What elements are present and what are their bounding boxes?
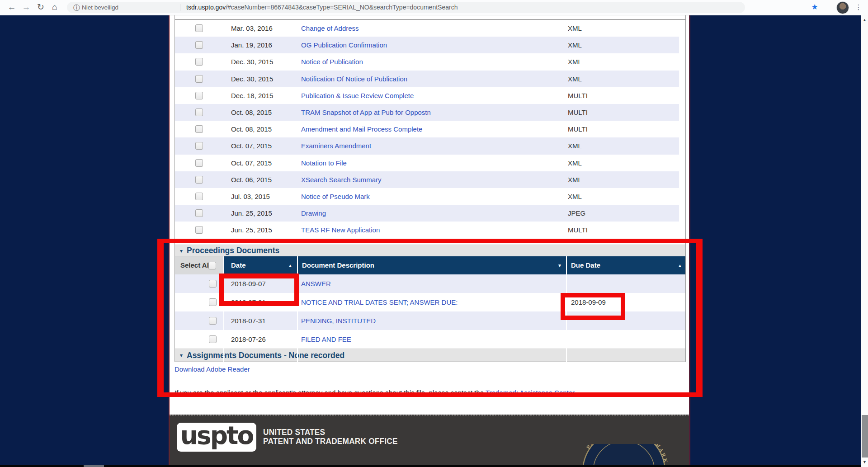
- scrollbar-thumb[interactable]: [862, 415, 868, 458]
- row-checkbox[interactable]: [195, 75, 203, 83]
- document-type: XML: [568, 137, 582, 154]
- reload-icon[interactable]: ↻: [35, 0, 47, 15]
- annotation-box-due-date: [561, 293, 625, 320]
- document-link[interactable]: XSearch Search Summary: [301, 171, 382, 188]
- table-row: Oct. 08, 2015 Amendment and Mail Process…: [175, 121, 685, 137]
- row-checkbox[interactable]: [195, 159, 203, 167]
- document-date: Jul. 03, 2015: [231, 188, 270, 205]
- documents-rows: Mar. 03, 2016 Change of Address XML Jan.…: [175, 20, 685, 238]
- browser-menu-icon[interactable]: ⋮: [853, 0, 864, 15]
- back-icon[interactable]: ←: [6, 0, 18, 15]
- screen: ← → ↻ ⌂ ⓘ Niet beveiligd tsdr.uspto.gov/…: [0, 0, 868, 467]
- document-date: Oct. 06, 2015: [231, 171, 272, 188]
- document-type: XML: [568, 155, 582, 171]
- document-date: Mar. 03, 2016: [231, 20, 273, 37]
- document-date: Oct. 08, 2015: [231, 121, 272, 137]
- document-date: Jan. 19, 2016: [231, 37, 272, 53]
- uspto-logo-text: uspto: [177, 421, 256, 450]
- document-date: Oct. 08, 2015: [231, 104, 272, 121]
- bottom-scroll-piece[interactable]: [84, 465, 104, 467]
- document-link[interactable]: Drawing: [301, 205, 326, 222]
- document-type: XML: [568, 37, 582, 53]
- scroll-up-icon[interactable]: ▲: [861, 18, 868, 22]
- row-checkbox[interactable]: [195, 209, 203, 217]
- table-row: Oct. 07, 2015 Notation to File XML: [175, 155, 685, 171]
- document-link[interactable]: Notice of Publication: [301, 53, 363, 70]
- table-row: Jun. 25, 2015 Drawing JPEG: [175, 205, 685, 222]
- document-link[interactable]: Notice of Pseudo Mark: [301, 188, 370, 205]
- document-date: Oct. 07, 2015: [231, 155, 272, 171]
- browser-toolbar: ← → ↻ ⌂ ⓘ Niet beveiligd tsdr.uspto.gov/…: [0, 0, 868, 15]
- document-type: XML: [568, 71, 582, 87]
- document-link[interactable]: Change of Address: [301, 20, 359, 37]
- page-footer: uspto UNITED STATES PATENT AND TRADEMARK…: [170, 415, 689, 465]
- document-type: MULTI: [568, 104, 588, 121]
- table-row: Oct. 08, 2015 TRAM Snapshot of App at Pu…: [175, 104, 685, 121]
- row-checkbox[interactable]: [195, 125, 203, 133]
- document-type: MULTI: [568, 121, 588, 137]
- document-type: XML: [568, 171, 582, 188]
- site-info-icon[interactable]: ⓘ: [73, 2, 80, 13]
- document-link[interactable]: Notation to File: [301, 155, 347, 171]
- document-date: Dec. 18, 2015: [231, 87, 273, 104]
- row-checkbox[interactable]: [195, 226, 203, 234]
- document-date: Jun. 25, 2015: [231, 205, 272, 222]
- bottom-edge: [0, 465, 861, 467]
- org-line2: PATENT AND TRADEMARK OFFICE: [263, 437, 398, 446]
- org-line1: UNITED STATES: [263, 428, 398, 437]
- document-link[interactable]: TRAM Snapshot of App at Pub for Oppostn: [301, 104, 431, 121]
- profile-avatar[interactable]: [836, 1, 849, 14]
- document-date: Jun. 25, 2015: [231, 222, 272, 238]
- forward-icon[interactable]: →: [20, 0, 32, 15]
- document-link[interactable]: TEAS RF New Application: [301, 222, 380, 238]
- table-row: Oct. 06, 2015 XSearch Search Summary XML: [175, 171, 685, 188]
- document-type: MULTI: [568, 87, 588, 104]
- address-bar[interactable]: ⓘ Niet beveiligd tsdr.uspto.gov/#caseNum…: [67, 2, 745, 13]
- org-name: UNITED STATES PATENT AND TRADEMARK OFFIC…: [263, 428, 398, 446]
- row-checkbox[interactable]: [195, 193, 203, 200]
- table-row: Jul. 03, 2015 Notice of Pseudo Mark XML: [175, 188, 685, 205]
- document-date: Dec. 30, 2015: [231, 71, 273, 87]
- vertical-scrollbar[interactable]: ▲ ▼: [861, 15, 868, 467]
- table-row: Mar. 03, 2016 Change of Address XML: [175, 20, 685, 37]
- document-link[interactable]: Publication & Issue Review Complete: [301, 87, 414, 104]
- row-checkbox[interactable]: [195, 108, 203, 116]
- table-row: Jun. 25, 2015 TEAS RF New Application MU…: [175, 222, 685, 238]
- document-type: XML: [568, 20, 582, 37]
- document-date: Dec. 30, 2015: [231, 53, 273, 70]
- row-checkbox[interactable]: [195, 58, 203, 66]
- table-row: Dec. 30, 2015 Notification Of Notice of …: [175, 71, 685, 87]
- document-type: MULTI: [568, 222, 588, 238]
- security-label: Niet beveiligd: [82, 2, 118, 13]
- url-path: /#caseNumber=86674843&caseType=SERIAL_NO…: [226, 4, 458, 11]
- document-link[interactable]: Notification Of Notice of Publication: [301, 71, 407, 87]
- table-row: Dec. 30, 2015 Notice of Publication XML: [175, 53, 685, 70]
- table-row: Dec. 18, 2015 Publication & Issue Review…: [175, 87, 685, 104]
- uspto-seal: PATENT AND TRADEMARK: [576, 444, 671, 465]
- annotation-box-answer-date: [219, 274, 299, 306]
- home-icon[interactable]: ⌂: [49, 0, 61, 15]
- document-type: JPEG: [568, 205, 585, 222]
- table-row: Oct. 07, 2015 Examiners Amendment XML: [175, 137, 685, 154]
- row-checkbox[interactable]: [195, 176, 203, 184]
- document-type: XML: [568, 188, 582, 205]
- table-row: Jan. 19, 2016 OG Publication Confirmatio…: [175, 37, 685, 53]
- bookmark-star-icon[interactable]: ★: [809, 0, 821, 15]
- row-checkbox[interactable]: [195, 92, 203, 99]
- row-checkbox[interactable]: [195, 142, 203, 150]
- document-link[interactable]: Examiners Amendment: [301, 137, 371, 154]
- page-url: tsdr.uspto.gov/#caseNumber=86674843&case…: [186, 2, 458, 13]
- document-date: Oct. 07, 2015: [231, 137, 272, 154]
- uspto-logo: uspto: [177, 423, 256, 452]
- omnibox-divider: [180, 4, 180, 11]
- row-checkbox[interactable]: [195, 24, 203, 32]
- document-link[interactable]: Amendment and Mail Process Complete: [301, 121, 422, 137]
- document-type: XML: [568, 53, 582, 70]
- scroll-down-icon[interactable]: ▼: [861, 460, 868, 464]
- url-domain: tsdr.uspto.gov: [186, 4, 226, 11]
- document-link[interactable]: OG Publication Confirmation: [301, 37, 387, 53]
- row-checkbox[interactable]: [195, 41, 203, 49]
